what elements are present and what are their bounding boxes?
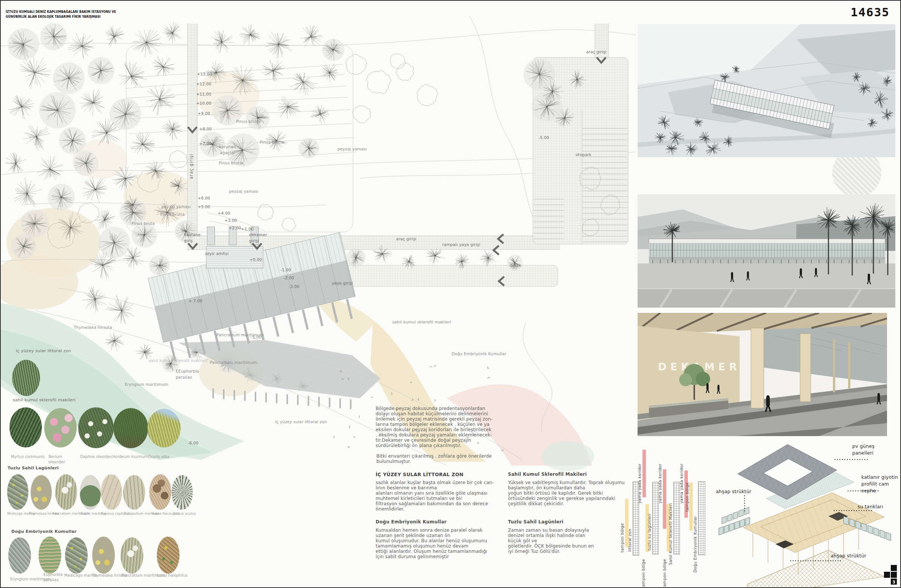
parking-label: otopark	[575, 151, 591, 158]
render-courtyard-view: DEKAMER	[638, 313, 895, 436]
elevation-label: +6.00	[198, 195, 210, 201]
sheet-number: 14635	[851, 5, 890, 19]
plant-photo	[44, 408, 77, 448]
axon-label: ahşap strüktür	[716, 488, 751, 495]
zone-bar-label: littoral zon	[627, 480, 632, 552]
section-heading: Tuzlu Sahil Lagünleri	[508, 519, 563, 524]
plant-photo	[55, 474, 77, 510]
plant-photo	[65, 537, 88, 574]
plant-photo	[78, 407, 114, 448]
species-caption: Hordeum murinum	[112, 454, 148, 460]
plant-photo	[123, 475, 145, 510]
plant-photo	[101, 474, 122, 510]
elevation-label: +10.00	[196, 100, 211, 106]
species-caption: Daphne oleoides	[80, 454, 112, 460]
elevation-label: +5.00	[198, 204, 210, 210]
inventory-note: Bitki envanteri çıkarılmış . zonlara gör…	[376, 454, 501, 464]
elevation-label: -5.00	[539, 134, 549, 140]
plan-label: peyzaj yaması	[338, 146, 367, 152]
species-label: Pancratium maritimum,	[210, 359, 258, 365]
plant-photo	[9, 407, 42, 448]
zone-bar-label: tampon bölge	[662, 532, 667, 588]
elevation-label: +8.00	[199, 126, 212, 132]
zone-bar-legend: tampon bölge littoral zon yama yada kori…	[617, 435, 716, 586]
zone-heading: Tuzlu Sahil Lagünleri	[8, 466, 59, 471]
plan-label: peyzaj yaması	[161, 204, 191, 210]
render-street-view	[638, 194, 895, 307]
elevation-label: +11.00	[196, 91, 211, 97]
plant-photo	[92, 537, 115, 574]
zone-bar	[663, 469, 666, 529]
exploded-axonometric-diagram: pv güneş panelleri katlanır giyotin prof…	[715, 436, 901, 588]
elevation-label: -1.00	[281, 267, 291, 273]
plant-photo	[7, 474, 28, 510]
section-body: Yüksek ve sabitleşmiş kumullardır. Topra…	[508, 480, 625, 506]
page-title: İZTUZU KUMSALI DENİZ KAPLUMBAĞALARI BAKI…	[6, 9, 116, 19]
zone-bar-label: yama yada koridor	[637, 441, 642, 503]
zone-label: sahil kumul sklerofil makileri	[392, 319, 451, 325]
axon-label: pv güneş panelleri	[852, 443, 874, 457]
road-label: durak	[510, 262, 521, 268]
elevation-label: + 7.00	[189, 298, 203, 304]
species-caption: Juncus acutus	[173, 512, 196, 516]
elevation-label: 5.00	[253, 334, 262, 340]
plant-photo	[31, 475, 52, 510]
entrance-label: dekamer girişi	[249, 232, 267, 244]
plant-photo	[149, 474, 171, 510]
elevation-label: +9.00	[198, 110, 210, 116]
species-caption: Euphorbia paralias.	[44, 572, 63, 582]
species-label: Eryngium maritimum	[125, 381, 168, 387]
elevation-label: -3.00	[289, 284, 299, 290]
road-label: yaya girişi	[332, 280, 353, 286]
plant-photo	[80, 475, 101, 510]
section-body: sazlık alanlar kuşlar başta olmak üzere …	[376, 480, 504, 512]
plant-photo	[113, 408, 148, 448]
elevation-label: +2.00	[229, 225, 241, 231]
zone-label: iç yüzey sular littoral zon	[275, 419, 327, 425]
zone-bar	[642, 450, 646, 497]
plant-photo	[171, 475, 193, 510]
plan-label: korunan ağaçlar	[219, 143, 236, 156]
plan-label: Pinus brutia	[260, 139, 284, 145]
zone-bar-label: Sahil Kumul Sklerofil Makileri	[668, 484, 673, 565]
species-label: EEuphorbia paralias	[176, 368, 199, 381]
species-caption: Lotus halophilus	[157, 573, 187, 578]
intro-paragraph: Bölgede peyzaj dokusunda predentasyonlar…	[376, 406, 500, 448]
plan-label: Pinus brutia	[160, 211, 185, 217]
plant-photo	[147, 409, 181, 448]
plant-photo	[8, 537, 31, 574]
zone-bar-label: yama yada koridor	[679, 441, 684, 503]
zone-bar-label: Doğu Embriyonik Kumullar	[693, 491, 697, 572]
axon-label: katlanır giyotin profilit cam cephe	[861, 474, 898, 494]
plan-label: Pinus bruta	[131, 220, 155, 226]
elevation-label: -2.00	[284, 275, 294, 281]
zone-bar-label: tampon bölge	[620, 492, 624, 552]
zone-bar-label: tampon bölge	[641, 532, 645, 588]
plan-label: seyir amfisi	[205, 251, 229, 257]
zone-bar-label: tampon bölge	[685, 455, 689, 512]
zone-label: sahil kumul sklerofil makileri	[148, 357, 207, 363]
elevation-label: -6.00	[188, 440, 198, 446]
species-caption: Nerium oleander	[48, 454, 65, 465]
section-heading: İÇ YÜZEY SULAR LİTTORAL ZON	[376, 472, 463, 477]
plant-photo	[120, 537, 143, 574]
plan-label: peyzaj yaması	[229, 188, 259, 194]
elevation-label: +12.00	[196, 81, 211, 87]
publisher-logo: 3	[884, 565, 898, 585]
elevation-label: +3.00	[224, 217, 237, 223]
plant-photo	[157, 537, 179, 574]
plant-photo	[39, 537, 61, 574]
plant-photo	[12, 360, 40, 396]
road-label: araç girişi	[396, 236, 416, 242]
axon-label: ahşap strüktür	[831, 552, 866, 559]
elevation-label: +0.00	[249, 257, 262, 263]
entrance-label: hastane giriş	[184, 232, 201, 244]
render-aerial-view	[638, 24, 895, 157]
zone-bar	[698, 482, 705, 555]
road-label-vertical: araç girişi	[189, 137, 194, 179]
section-heading: Sahil Kumul Sklerofil Makileri	[508, 472, 587, 477]
species-label: Thymelaea hirsuta	[74, 324, 112, 330]
zone-bar-label: yama yada koridor	[658, 441, 662, 503]
plan-label: Pinus brutia	[236, 118, 261, 124]
elevation-label: +1.00	[241, 226, 254, 232]
